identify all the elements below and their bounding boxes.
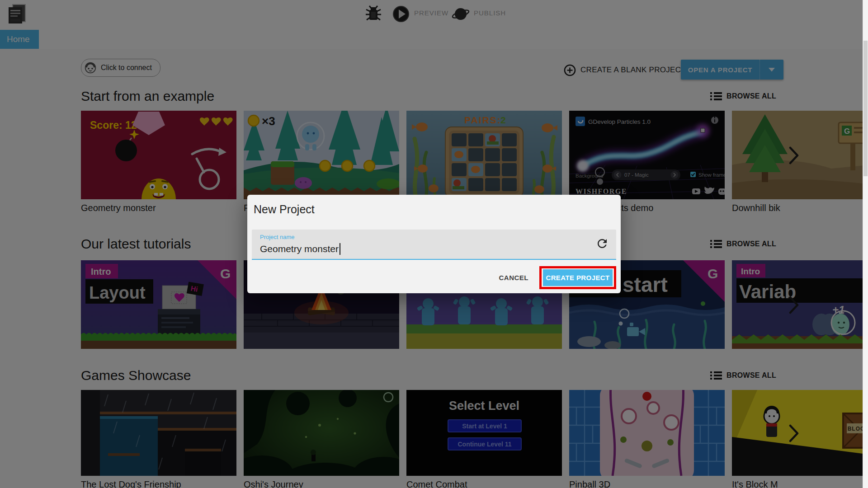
- dialog-title: New Project: [254, 203, 315, 216]
- scrollbar-thumb[interactable]: [863, 41, 868, 176]
- project-name-input[interactable]: Project name Geometry monster: [252, 230, 616, 260]
- dialog-actions: CANCEL CREATE PROJECT: [495, 266, 617, 289]
- refresh-icon[interactable]: [595, 237, 609, 250]
- text-caret: [340, 243, 340, 255]
- project-name-value: Geometry monster: [260, 244, 339, 254]
- project-name-label: Project name: [260, 234, 295, 240]
- create-project-button[interactable]: CREATE PROJECT: [543, 269, 613, 286]
- annotation-highlight-box: CREATE PROJECT: [539, 266, 616, 289]
- cancel-button[interactable]: CANCEL: [495, 270, 533, 285]
- new-project-dialog: New Project Project name Geometry monste…: [247, 195, 621, 293]
- scrollbar[interactable]: [863, 0, 868, 488]
- gdevelop-home-screen: PREVIEW PUBLISH Home Click to connect CR…: [0, 0, 868, 488]
